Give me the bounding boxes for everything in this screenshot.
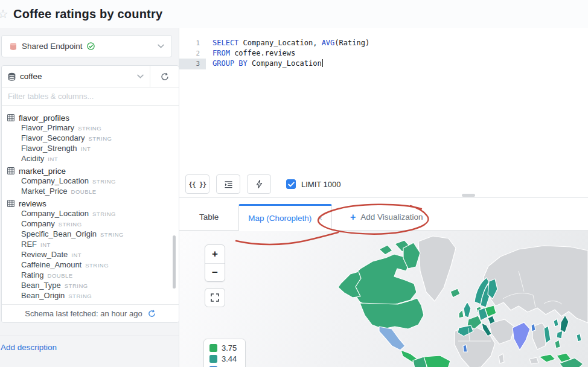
column-item[interactable]: Caffeine_AmountSTRING xyxy=(7,260,179,270)
code-line: GROUP BY Company_Location xyxy=(213,59,588,69)
table-icon xyxy=(7,200,14,207)
country-mexico xyxy=(379,327,405,350)
favorite-star-icon[interactable]: ☆ xyxy=(0,0,11,28)
zoom-out-button[interactable]: − xyxy=(205,263,225,281)
column-item[interactable]: Bean_OriginSTRING xyxy=(7,291,179,301)
table-item[interactable]: flavor_profiles xyxy=(7,112,179,123)
column-item[interactable]: AcidityINT xyxy=(7,154,179,164)
sidebar: Shared Endpoint coffee xyxy=(0,28,179,367)
column-item[interactable]: Flavor_SecondarySTRING xyxy=(7,133,179,144)
plus-icon: + xyxy=(350,212,356,223)
template-variables-button[interactable]: {{ }} xyxy=(185,174,209,194)
region-indonesia xyxy=(539,354,555,362)
column-type: DOUBLE xyxy=(48,272,73,279)
schema-tree: flavor_profilesFlavor_PrimarySTRINGFlavo… xyxy=(2,106,179,305)
fullscreen-icon xyxy=(211,293,219,302)
connection-status-check-icon xyxy=(87,42,95,50)
table-item[interactable]: market_price xyxy=(7,165,179,176)
add-description-link[interactable]: Add description xyxy=(1,343,57,352)
column-type: INT xyxy=(40,241,51,248)
column-name: Company xyxy=(21,219,55,228)
format-query-button[interactable] xyxy=(216,174,240,194)
column-type: STRING xyxy=(92,178,116,185)
column-type: STRING xyxy=(92,211,116,217)
text-cursor xyxy=(322,59,324,67)
refresh-schema-icon[interactable] xyxy=(148,310,156,318)
region-eurasia xyxy=(484,246,588,323)
braces-icon: {{ }} xyxy=(188,180,206,188)
database-row: coffee xyxy=(2,66,179,88)
pane-resize-handle[interactable] xyxy=(462,194,475,197)
column-item[interactable]: Review_DateINT xyxy=(7,250,179,260)
column-name: Acidity xyxy=(21,154,44,163)
run-shortcut-button[interactable] xyxy=(247,174,271,194)
page-title: Coffee ratings by country xyxy=(13,7,162,21)
limit-checkbox[interactable] xyxy=(286,179,296,189)
column-item[interactable]: Flavor_StrengthINT xyxy=(7,144,179,154)
line-number: 1 xyxy=(179,38,206,48)
sidebar-scrollbar[interactable] xyxy=(173,235,176,289)
results-tabbar: Table Map (Choropleth) × + Add Visualiza… xyxy=(179,204,588,231)
column-name: Bean_Type xyxy=(21,281,61,290)
sidebar-divider xyxy=(0,336,179,336)
legend-value: 3.44 xyxy=(222,354,237,363)
database-icon xyxy=(8,72,16,81)
column-type: DOUBLE xyxy=(71,188,97,195)
tab-table-label: Table xyxy=(199,212,219,222)
column-name: Caffeine_Amount xyxy=(21,260,81,269)
limit-label: LIMIT 1000 xyxy=(301,180,341,189)
add-visualization-button[interactable]: + Add Visualization xyxy=(338,204,435,230)
column-type: INT xyxy=(81,145,91,152)
countries-no-data[interactable] xyxy=(418,236,588,367)
fullscreen-button[interactable] xyxy=(205,288,225,307)
column-name: Bean_Origin xyxy=(21,291,65,300)
editor-gutter: 123 xyxy=(179,38,206,69)
country-philippines xyxy=(555,340,560,348)
country-brazil xyxy=(424,356,450,367)
editor-code[interactable]: SELECT Company_Location, AVG(Rating)FROM… xyxy=(206,28,588,69)
column-item[interactable]: CompanySTRING xyxy=(7,219,179,229)
legend-item: 3.75 xyxy=(209,344,237,352)
column-item[interactable]: Bean_TypeSTRING xyxy=(7,281,179,291)
column-item[interactable]: Market_PriceDOUBLE xyxy=(7,187,179,197)
sql-editor[interactable]: 123 SELECT Company_Location, AVG(Rating)… xyxy=(179,28,588,172)
column-item[interactable]: Specific_Bean_OriginSTRING xyxy=(7,229,179,240)
line-number: 3 xyxy=(179,59,206,69)
column-type: STRING xyxy=(65,282,88,289)
limit-toggle[interactable]: LIMIT 1000 xyxy=(286,179,341,189)
choropleth-map[interactable]: + − 3.753.443.12 xyxy=(179,231,588,367)
table-name: flavor_profiles xyxy=(19,113,69,123)
region-myanmar xyxy=(531,324,535,331)
lightning-bolt-icon xyxy=(256,180,263,188)
table-item[interactable]: reviews xyxy=(7,198,179,209)
map-zoom-controls: + − xyxy=(205,244,225,282)
column-type: STRING xyxy=(78,125,101,132)
tab-map-choropleth[interactable]: Map (Choropleth) × xyxy=(238,204,332,231)
legend-swatch xyxy=(209,344,217,352)
tab-table[interactable]: Table xyxy=(187,204,231,230)
filter-tables-input[interactable] xyxy=(2,92,179,101)
column-item[interactable]: Company_LocationSTRING xyxy=(7,176,179,187)
column-type: STRING xyxy=(89,135,112,142)
filter-row xyxy=(2,88,179,106)
zoom-in-button[interactable]: + xyxy=(205,245,225,263)
endpoint-database-icon xyxy=(9,42,18,51)
column-type: STRING xyxy=(85,262,109,269)
code-line: SELECT Company_Location, AVG(Rating) xyxy=(213,38,588,48)
connection-selector[interactable]: Shared Endpoint xyxy=(1,35,172,57)
column-name: Company_Location xyxy=(21,176,89,185)
editor-toolbar: {{ }} LIMIT 1000 xyxy=(179,172,588,196)
column-item[interactable]: RatingDOUBLE xyxy=(7,270,179,281)
column-item[interactable]: Company_LocationSTRING xyxy=(7,209,179,219)
column-item[interactable]: Flavor_PrimarySTRING xyxy=(7,123,179,133)
close-tab-icon[interactable]: × xyxy=(318,214,322,223)
column-item[interactable]: REFINT xyxy=(7,240,179,250)
column-name: Flavor_Strength xyxy=(21,144,77,153)
page-header: ☆ Coffee ratings by country xyxy=(0,0,588,28)
legend-item: 3.44 xyxy=(209,355,237,363)
refresh-schema-button[interactable] xyxy=(150,66,179,87)
pane-divider xyxy=(179,197,588,198)
database-selector[interactable]: coffee xyxy=(2,66,150,87)
schema-panel: coffee flavor_profilesFlavor_PrimarySTRI… xyxy=(1,65,179,323)
column-type: INT xyxy=(71,252,81,258)
